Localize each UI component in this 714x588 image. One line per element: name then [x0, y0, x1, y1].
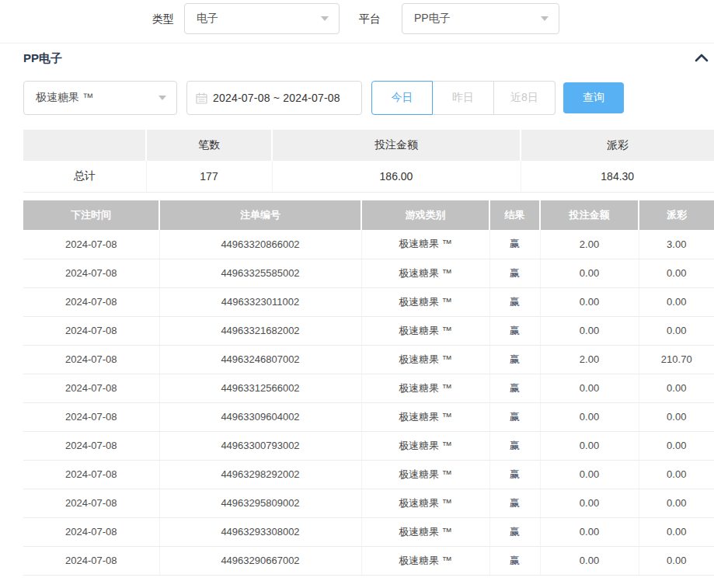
cell-bet-amount: 0.00 — [540, 431, 639, 460]
cell-bet-id: 44963298292002 — [159, 460, 361, 489]
last-8-days-button[interactable]: 近8日 — [494, 81, 556, 115]
section-title: PP电子 — [23, 51, 62, 66]
cell-result: 赢 — [489, 316, 540, 345]
cell-bet-amount: 0.00 — [540, 517, 639, 546]
game-select[interactable]: 极速糖果 ™ — [23, 81, 177, 115]
table-row: 2024-07-08 44963246807002 极速糖果 ™ 赢 2.00 … — [23, 345, 714, 374]
cell-game: 极速糖果 ™ — [361, 546, 489, 575]
cell-payout: 210.70 — [639, 345, 714, 374]
cell-game: 极速糖果 ™ — [361, 230, 489, 259]
header-bet-id: 注单编号 — [159, 200, 361, 230]
cell-bet-date: 2024-07-08 — [23, 402, 159, 431]
cell-bet-id: 44963295809002 — [159, 489, 361, 517]
cell-payout: 0.00 — [639, 460, 714, 489]
cell-bet-id: 44963309604002 — [159, 402, 361, 431]
records-tbody: 2024-07-08 44963320866002 极速糖果 ™ 赢 2.00 … — [23, 230, 714, 575]
table-row: 2024-07-08 44963300793002 极速糖果 ™ 赢 0.00 … — [23, 431, 714, 460]
quick-date-button-group: 今日 昨日 近8日 — [371, 81, 556, 115]
cell-bet-date: 2024-07-08 — [23, 230, 159, 259]
cell-bet-id: 44963290667002 — [159, 546, 361, 575]
top-filter-bar: 类型 电子 平台 PP电子 — [0, 0, 714, 43]
cell-game: 极速糖果 ™ — [361, 431, 489, 460]
cell-bet-amount: 0.00 — [540, 374, 639, 402]
table-row: 2024-07-08 44963293308002 极速糖果 ™ 赢 0.00 … — [23, 517, 714, 546]
cell-bet-id: 44963312566002 — [159, 374, 361, 402]
cell-bet-amount: 0.00 — [540, 402, 639, 431]
cell-payout: 3.00 — [639, 230, 714, 259]
yesterday-button[interactable]: 昨日 — [433, 81, 494, 115]
cell-bet-amount: 0.00 — [540, 259, 639, 287]
cell-bet-amount: 2.00 — [540, 345, 639, 374]
cell-payout: 0.00 — [639, 402, 714, 431]
cell-bet-amount: 0.00 — [540, 546, 639, 575]
cell-bet-id: 44963321682002 — [159, 316, 361, 345]
cell-bet-amount: 0.00 — [540, 460, 639, 489]
chevron-down-icon — [321, 16, 329, 21]
cell-bet-amount: 0.00 — [540, 489, 639, 517]
cell-result: 赢 — [489, 460, 540, 489]
cell-bet-date: 2024-07-08 — [23, 345, 159, 374]
cell-bet-id: 44963320866002 — [159, 230, 361, 259]
cell-game: 极速糖果 ™ — [361, 287, 489, 316]
cell-result: 赢 — [489, 431, 540, 460]
cell-game: 极速糖果 ™ — [361, 316, 489, 345]
table-row: 2024-07-08 44963298292002 极速糖果 ™ 赢 0.00 … — [23, 460, 714, 489]
summary-header-row: 笔数 投注金额 派彩 — [23, 130, 714, 161]
chevron-down-icon — [158, 96, 166, 100]
cell-result: 赢 — [489, 489, 540, 517]
cell-bet-amount: 0.00 — [540, 287, 639, 316]
header-payout: 派彩 — [639, 200, 714, 230]
cell-payout: 0.00 — [639, 374, 714, 402]
summary-header-bet-amount: 投注金额 — [272, 130, 521, 161]
summary-total-payout: 184.30 — [521, 161, 714, 192]
date-range-picker[interactable]: 2024-07-08 ~ 2024-07-08 — [186, 81, 362, 115]
cell-result: 赢 — [489, 230, 540, 259]
header-result: 结果 — [489, 200, 540, 230]
summary-total-label: 总计 — [23, 161, 146, 192]
search-button[interactable]: 查询 — [563, 82, 624, 113]
cell-game: 极速糖果 ™ — [361, 374, 489, 402]
calendar-icon — [196, 92, 207, 104]
cell-bet-date: 2024-07-08 — [23, 259, 159, 287]
cell-game: 极速糖果 ™ — [361, 460, 489, 489]
cell-bet-date: 2024-07-08 — [23, 287, 159, 316]
cell-bet-amount: 2.00 — [540, 230, 639, 259]
table-row: 2024-07-08 44963321682002 极速糖果 ™ 赢 0.00 … — [23, 316, 714, 345]
collapse-section-button[interactable] — [694, 51, 709, 65]
cell-bet-date: 2024-07-08 — [23, 546, 159, 575]
game-select-value: 极速糖果 ™ — [36, 91, 93, 105]
cell-bet-date: 2024-07-08 — [23, 431, 159, 460]
cell-bet-date: 2024-07-08 — [23, 316, 159, 345]
header-bet-time: 下注时间 — [23, 200, 159, 230]
summary-total-row: 总计 177 186.00 184.30 — [23, 161, 714, 192]
cell-bet-id: 44963323011002 — [159, 287, 361, 316]
type-select[interactable]: 电子 — [184, 3, 340, 34]
records-table: 下注时间 注单编号 游戏类别 结果 投注金额 派彩 2024-07-08 449… — [23, 200, 714, 576]
cell-game: 极速糖果 ™ — [361, 402, 489, 431]
cell-payout: 0.00 — [639, 517, 714, 546]
cell-game: 极速糖果 ™ — [361, 259, 489, 287]
cell-bet-id: 44963300793002 — [159, 431, 361, 460]
cell-result: 赢 — [489, 345, 540, 374]
date-range-value: 2024-07-08 ~ 2024-07-08 — [213, 92, 340, 104]
table-row: 2024-07-08 44963325585002 极速糖果 ™ 赢 0.00 … — [23, 259, 714, 287]
summary-total-count: 177 — [146, 161, 272, 192]
cell-bet-date: 2024-07-08 — [23, 374, 159, 402]
records-header-row: 下注时间 注单编号 游戏类别 结果 投注金额 派彩 — [23, 200, 714, 230]
summary-table: 笔数 投注金额 派彩 总计 177 186.00 184.30 — [23, 130, 714, 193]
cell-bet-date: 2024-07-08 — [23, 460, 159, 489]
summary-header-count: 笔数 — [146, 130, 272, 161]
cell-game: 极速糖果 ™ — [361, 345, 489, 374]
cell-result: 赢 — [489, 517, 540, 546]
today-button[interactable]: 今日 — [371, 81, 433, 115]
chevron-down-icon — [541, 16, 549, 21]
cell-result: 赢 — [489, 402, 540, 431]
cell-result: 赢 — [489, 259, 540, 287]
platform-select[interactable]: PP电子 — [402, 3, 559, 34]
table-row: 2024-07-08 44963309604002 极速糖果 ™ 赢 0.00 … — [23, 402, 714, 431]
cell-payout: 0.00 — [639, 431, 714, 460]
table-row: 2024-07-08 44963290667002 极速糖果 ™ 赢 0.00 … — [23, 546, 714, 575]
table-row: 2024-07-08 44963312566002 极速糖果 ™ 赢 0.00 … — [23, 374, 714, 402]
cell-result: 赢 — [489, 287, 540, 316]
platform-select-value: PP电子 — [414, 12, 451, 26]
